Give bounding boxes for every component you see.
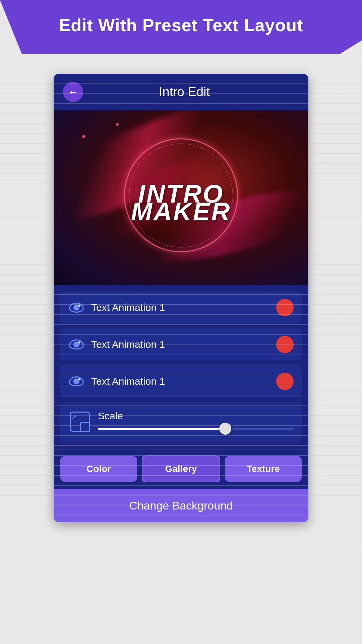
screen-title: Intro Edit — [90, 85, 279, 99]
scale-icon: ↗ — [70, 412, 90, 432]
visibility-toggle-2[interactable] — [68, 336, 84, 353]
gallery-button[interactable]: Gallery — [142, 455, 220, 482]
banner-title: Edit With Preset Text Layout — [59, 15, 303, 35]
scale-slider-track[interactable] — [98, 428, 294, 430]
scale-icon-container: ↗ — [68, 410, 91, 433]
svg-point-0 — [82, 135, 85, 138]
animation-color-btn-3[interactable] — [276, 373, 294, 390]
visibility-toggle-1[interactable] — [68, 300, 84, 316]
controls-area: Text Animation 1 Text Animation 1 — [54, 285, 308, 449]
phone-container: ← Intro Edit — [54, 74, 308, 522]
back-arrow-icon: ← — [68, 87, 78, 97]
animation-row-2[interactable]: Text Animation 1 — [60, 328, 302, 361]
change-background-bar[interactable]: Change Background — [54, 489, 308, 522]
back-button[interactable]: ← — [63, 82, 83, 102]
scale-arrow-icon: ↗ — [71, 413, 76, 421]
animation-color-btn-1[interactable] — [276, 299, 294, 316]
animation-label-3: Text Animation 1 — [91, 376, 269, 387]
scale-label: Scale — [98, 410, 294, 422]
scale-slider-fill — [98, 428, 225, 430]
texture-button[interactable]: Texture — [225, 456, 302, 482]
eye-icon-3 — [69, 376, 84, 386]
animation-row-1[interactable]: Text Animation 1 — [60, 291, 302, 324]
phone-header: ← Intro Edit — [54, 74, 308, 110]
top-banner: Edit With Preset Text Layout — [0, 0, 362, 54]
bottom-buttons-bar: Color Gallery Texture — [54, 449, 308, 489]
color-button[interactable]: Color — [60, 456, 137, 482]
eye-icon-1 — [69, 303, 84, 313]
scale-icon-inner — [80, 422, 90, 432]
scale-row: ↗ Scale — [60, 402, 302, 442]
scale-slider-thumb[interactable] — [219, 423, 231, 435]
animation-row-3[interactable]: Text Animation 1 — [60, 365, 302, 397]
scale-content: Scale — [98, 410, 294, 430]
change-background-label: Change Background — [129, 499, 233, 512]
svg-point-1 — [116, 123, 119, 126]
particle-dots — [54, 110, 154, 161]
animation-label-1: Text Animation 1 — [91, 302, 269, 313]
animation-label-2: Text Animation 1 — [91, 339, 269, 350]
visibility-toggle-3[interactable] — [68, 373, 84, 389]
eye-icon-2 — [69, 339, 84, 350]
preview-text-maker: MAKER — [131, 199, 231, 224]
preview-area: INTRO MAKER — [54, 110, 308, 285]
animation-color-btn-2[interactable] — [276, 336, 294, 353]
